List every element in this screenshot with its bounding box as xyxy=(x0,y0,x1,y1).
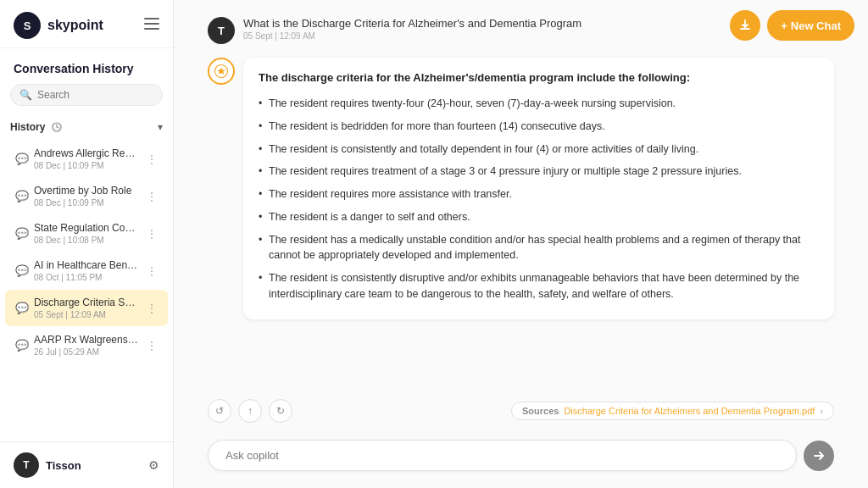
conv-item-content: State Regulation Compli... 08 Dec | 10:0… xyxy=(34,222,141,245)
list-item: The resident is consistently disruptive … xyxy=(259,267,819,306)
list-item[interactable]: 💬 AARP Rx Walgreens Mo... 26 Jul | 05:29… xyxy=(5,327,168,363)
list-item[interactable]: 💬 State Regulation Compli... 08 Dec | 10… xyxy=(5,215,168,252)
conv-item-content: Overtime by Job Role 08 Dec | 10:09 PM xyxy=(34,185,141,208)
history-chevron-icon[interactable]: ▾ xyxy=(158,121,163,133)
sidebar-header: S skypoint xyxy=(0,0,173,48)
conv-item-title: Overtime by Job Role xyxy=(34,185,141,197)
download-button[interactable] xyxy=(730,10,760,41)
search-bar[interactable]: 🔍 xyxy=(10,84,163,106)
list-item: The resident requires twenty-four (24)-h… xyxy=(259,92,819,115)
top-bar: + New Chat xyxy=(730,10,854,41)
action-bar: ↺ ↑ ↻ Sources Discharge Criteria for Alz… xyxy=(174,392,868,430)
conv-item-content: AARP Rx Walgreens Mo... 26 Jul | 05:29 A… xyxy=(34,334,141,357)
search-input[interactable] xyxy=(37,89,153,101)
list-item: The resident is a danger to self and oth… xyxy=(259,206,819,229)
conv-item-menu-icon[interactable]: ⋮ xyxy=(146,152,158,166)
list-item: The resident is bedridden for more than … xyxy=(259,115,819,138)
conversation-list: 💬 Andrews Allergic Reacti... 08 Dec | 10… xyxy=(0,136,173,441)
conv-item-title: AARP Rx Walgreens Mo... xyxy=(34,334,141,346)
history-section: History ▾ xyxy=(0,114,173,136)
user-message-content: What is the Discharge Criteria for Alzhe… xyxy=(243,17,581,41)
brand-name: skypoint xyxy=(47,18,103,33)
user-avatar: T xyxy=(14,452,39,478)
bot-answer-list: The resident requires twenty-four (24)-h… xyxy=(259,92,819,306)
sources-chip[interactable]: Sources Discharge Criteria for Alzheimer… xyxy=(511,402,834,420)
list-item: The resident requires more assistance wi… xyxy=(259,183,819,206)
logo-icon: S xyxy=(14,12,41,39)
conv-item-menu-icon[interactable]: ⋮ xyxy=(146,227,158,241)
bot-message-bubble: The discharge criteria for the Alzheimer… xyxy=(243,58,834,319)
sidebar-footer: T Tisson ⚙ xyxy=(0,441,173,488)
list-item: The resident is consistently and totally… xyxy=(259,138,819,161)
chat-area: T What is the Discharge Criteria for Alz… xyxy=(174,0,868,392)
refresh-button[interactable]: ↻ xyxy=(269,399,292,423)
chat-icon: 💬 xyxy=(15,264,29,277)
conv-item-date: 08 Oct | 11:05 PM xyxy=(34,273,141,282)
new-chat-button[interactable]: + New Chat xyxy=(767,10,854,41)
chat-icon: 💬 xyxy=(15,227,29,240)
conv-item-menu-icon[interactable]: ⋮ xyxy=(146,264,158,278)
list-item[interactable]: 💬 Discharge Criteria Sum... 05 Sept | 12… xyxy=(5,290,168,326)
undo-button[interactable]: ↺ xyxy=(208,399,231,423)
conv-item-title: Discharge Criteria Sum... xyxy=(34,297,141,308)
conv-item-content: Discharge Criteria Sum... 05 Sept | 12:0… xyxy=(34,297,141,319)
conv-item-menu-icon[interactable]: ⋮ xyxy=(146,302,158,315)
main-content: + New Chat T What is the Discharge Crite… xyxy=(174,0,868,488)
bot-message: The discharge criteria for the Alzheimer… xyxy=(208,58,834,319)
chat-input[interactable] xyxy=(208,440,797,471)
svg-rect-2 xyxy=(144,28,159,30)
conv-item-date: 08 Dec | 10:09 PM xyxy=(34,198,141,208)
list-item[interactable]: 💬 Andrews Allergic Reacti... 08 Dec | 10… xyxy=(5,141,168,177)
list-item[interactable]: 💬 Overtime by Job Role 08 Dec | 10:09 PM… xyxy=(5,178,168,214)
conv-item-menu-icon[interactable]: ⋮ xyxy=(146,339,158,352)
bot-avatar xyxy=(208,58,235,85)
chat-icon: 💬 xyxy=(15,339,29,352)
user-message-text: What is the Discharge Criteria for Alzhe… xyxy=(243,17,581,30)
list-item: The resident has a medically unstable co… xyxy=(259,229,819,268)
input-area xyxy=(174,430,868,488)
chat-icon: 💬 xyxy=(15,190,29,202)
sources-arrow-icon: › xyxy=(820,406,823,416)
user-message-time: 05 Sept | 12:09 AM xyxy=(243,31,581,41)
conv-item-date: 08 Dec | 10:08 PM xyxy=(34,236,141,245)
user-avatar-small: T xyxy=(208,17,235,44)
new-chat-label: New Chat xyxy=(791,19,841,32)
chat-active-icon: 💬 xyxy=(15,302,29,314)
plus-icon: + xyxy=(781,19,787,32)
thumbs-up-button[interactable]: ↑ xyxy=(238,399,262,423)
search-icon: 🔍 xyxy=(19,89,32,101)
conv-item-date: 26 Jul | 05:29 AM xyxy=(34,347,141,357)
sources-file: Discharge Criteria for Alzheimers and De… xyxy=(564,406,815,416)
sources-label: Sources xyxy=(522,406,559,416)
history-label: History xyxy=(10,121,62,133)
svg-rect-0 xyxy=(144,18,159,19)
conv-item-menu-icon[interactable]: ⋮ xyxy=(146,190,158,203)
bot-message-title: The discharge criteria for the Alzheimer… xyxy=(259,71,819,84)
conv-item-content: Andrews Allergic Reacti... 08 Dec | 10:0… xyxy=(34,147,141,170)
user-name: Tisson xyxy=(46,459,142,472)
conversation-history-title: Conversation History xyxy=(0,48,173,84)
conv-item-content: AI in Healthcare Benefits 08 Oct | 11:05… xyxy=(34,259,141,282)
conv-item-title: AI in Healthcare Benefits xyxy=(34,259,141,271)
settings-icon[interactable]: ⚙ xyxy=(148,458,159,472)
conv-item-title: Andrews Allergic Reacti... xyxy=(34,147,141,159)
sidebar-toggle-button[interactable] xyxy=(144,18,159,33)
conv-item-date: 08 Dec | 10:09 PM xyxy=(34,161,141,170)
sidebar: S skypoint Conversation History 🔍 Histor… xyxy=(0,0,174,488)
svg-rect-1 xyxy=(144,23,159,25)
conv-item-date: 05 Sept | 12:09 AM xyxy=(34,310,141,319)
chat-icon: 💬 xyxy=(15,152,29,165)
list-item: The resident requires treatment of a sta… xyxy=(259,160,819,183)
send-button[interactable] xyxy=(804,441,834,471)
conv-item-title: State Regulation Compli... xyxy=(34,222,141,234)
list-item[interactable]: 💬 AI in Healthcare Benefits 08 Oct | 11:… xyxy=(5,252,168,289)
